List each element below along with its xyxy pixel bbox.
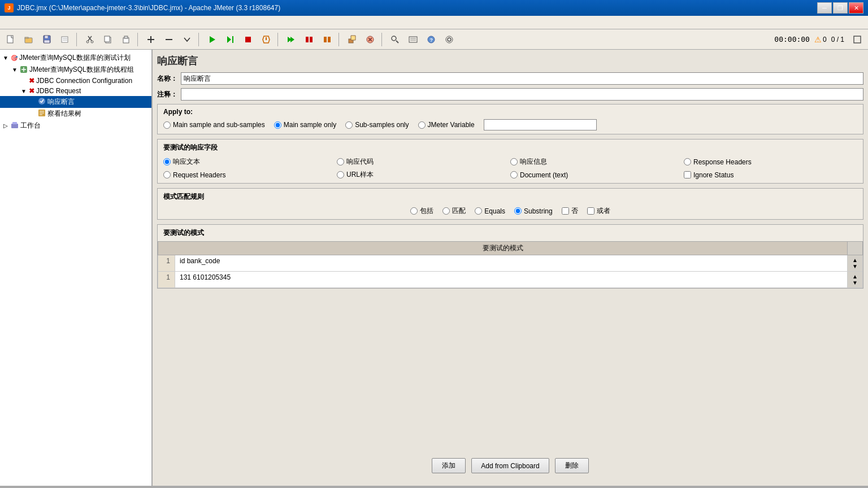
minimize-button[interactable]: ─ [817, 2, 832, 14]
paste-btn[interactable] [118, 32, 134, 47]
tree-item-thread-group[interactable]: ▼ JMeter查询MySQL数据库的线程组 [0, 64, 151, 76]
apply-sub-only[interactable]: Sub-samples only [345, 121, 409, 129]
stop-btn[interactable] [240, 32, 257, 47]
clear-all-btn[interactable] [362, 32, 379, 47]
help-btn[interactable]: ? [423, 32, 440, 47]
titlebar-left: J JDBC.jmx (C:\JMeter\apache-jmeter-3.3\… [5, 3, 280, 12]
start-no-pause-btn[interactable] [222, 32, 238, 47]
restore-button[interactable]: ❐ [833, 2, 848, 14]
comment-input[interactable] [181, 88, 863, 101]
remote-start-btn[interactable] [283, 32, 300, 47]
start-btn[interactable] [203, 32, 220, 47]
apply-main-only[interactable]: Main sample only [274, 121, 336, 129]
toggle-btn[interactable] [179, 32, 196, 47]
apply-jmeter-var[interactable]: JMeter Variable [418, 121, 475, 129]
delete-button[interactable]: 删除 [555, 458, 589, 473]
field-request-headers-label: Request Headers [173, 171, 225, 179]
remote-shutdown-btn[interactable] [319, 32, 336, 47]
scroll-down-arrow-2[interactable]: ▼ [852, 280, 858, 286]
row-value-2[interactable]: 131 6101205345 [175, 272, 848, 288]
jmeter-var-input[interactable] [484, 119, 597, 130]
open-btn[interactable] [20, 32, 37, 47]
field-response-headers[interactable]: Response Headers [684, 157, 857, 167]
field-response-message-label: 响应信息 [520, 157, 547, 167]
scroll-up-2[interactable]: ▲▼ [848, 272, 863, 288]
main-layout: ▼ 🎯 JMeter查询MySQL数据库的测试计划 ▼ JMeter查询MySQ… [0, 50, 868, 486]
templates-btn[interactable] [57, 32, 73, 47]
match-matches[interactable]: 匹配 [442, 206, 466, 216]
scroll-up-1[interactable]: ▲▼ [848, 255, 863, 272]
row-value-1[interactable]: id bank_code [175, 255, 848, 272]
apply-main-sub-radio[interactable] [163, 121, 171, 129]
collapse-btn[interactable] [160, 32, 177, 47]
tree-item-assertion[interactable]: 响应断言 [0, 96, 151, 108]
match-or-checkbox[interactable] [587, 207, 594, 215]
field-document-text[interactable]: Document (text) [510, 170, 684, 180]
row-num-1: 1 [158, 255, 175, 272]
match-substring[interactable]: Substring [514, 207, 553, 215]
match-not-label: 否 [571, 206, 578, 216]
field-document-text-radio[interactable] [510, 171, 518, 178]
match-contains[interactable]: 包括 [410, 206, 433, 216]
tree-item-result-tree[interactable]: 察看结果树 [0, 108, 151, 120]
tree-label-thread-group: JMeter查询MySQL数据库的线程组 [29, 65, 134, 75]
scroll-up-arrow-1[interactable]: ▲ [852, 257, 858, 263]
add-button[interactable]: 添加 [432, 458, 466, 473]
match-or[interactable]: 或者 [587, 206, 610, 216]
field-request-headers[interactable]: Request Headers [163, 170, 337, 180]
copy-btn[interactable] [99, 32, 116, 47]
shutdown-btn[interactable] [258, 32, 275, 47]
tree-item-workbench[interactable]: ▷ 工作台 [0, 120, 151, 132]
field-response-code-radio[interactable] [337, 158, 344, 165]
apply-main-only-radio[interactable] [274, 121, 281, 129]
search-btn[interactable] [387, 32, 403, 47]
separator-3 [198, 33, 201, 46]
new-btn[interactable] [2, 32, 19, 47]
log-viewer-btn[interactable] [405, 32, 422, 47]
expand-btn[interactable] [142, 32, 159, 47]
field-response-text[interactable]: 响应文本 [163, 157, 337, 167]
close-button[interactable]: ✕ [849, 2, 863, 14]
remote-stop-btn[interactable] [301, 32, 318, 47]
tree-item-jdbc-config[interactable]: ✖ JDBC Connection Configuration [0, 76, 151, 86]
svg-rect-58 [12, 122, 17, 124]
match-equals-radio[interactable] [475, 207, 482, 215]
settings-btn[interactable] [441, 32, 458, 47]
svg-point-44 [448, 38, 451, 41]
svg-marker-21 [227, 36, 231, 43]
field-ignore-status[interactable]: Ignore Status [684, 170, 857, 180]
field-response-message[interactable]: 响应信息 [510, 157, 684, 167]
apply-main-only-label: Main sample only [284, 121, 336, 129]
svg-text:?: ? [430, 37, 433, 43]
match-substring-radio[interactable] [514, 207, 522, 215]
pattern-table: 要测试的模式 1 id bank_code ▲▼ 1 131 610120534… [158, 241, 863, 288]
tree-item-jdbc-request[interactable]: ▼ ✖ JDBC Request [0, 86, 151, 96]
tree-item-test-plan[interactable]: ▼ 🎯 JMeter查询MySQL数据库的测试计划 [0, 52, 151, 64]
apply-jmeter-var-radio[interactable] [418, 121, 426, 129]
scroll-down-arrow-1[interactable]: ▼ [852, 263, 858, 269]
match-not[interactable]: 否 [562, 206, 578, 216]
clear-btn[interactable] [344, 32, 361, 47]
field-response-code[interactable]: 响应代码 [337, 157, 510, 167]
match-equals[interactable]: Equals [475, 207, 505, 215]
field-ignore-status-checkbox[interactable] [684, 171, 691, 178]
assertion-icon [38, 97, 46, 107]
match-contains-radio[interactable] [410, 207, 418, 215]
field-response-message-radio[interactable] [510, 158, 518, 165]
apply-main-sub[interactable]: Main sample and sub-samples [163, 121, 265, 129]
fullscreen-btn[interactable] [849, 32, 866, 47]
name-input[interactable] [181, 72, 863, 85]
match-section-title: 模式匹配规则 [163, 192, 857, 202]
save-btn[interactable] [38, 32, 55, 47]
scroll-up-arrow-2[interactable]: ▲ [852, 273, 858, 280]
field-response-text-radio[interactable] [163, 158, 171, 165]
field-request-headers-radio[interactable] [163, 171, 171, 178]
apply-sub-only-radio[interactable] [345, 121, 353, 129]
match-not-checkbox[interactable] [562, 207, 569, 215]
match-matches-radio[interactable] [442, 207, 450, 215]
field-url-sample[interactable]: URL样本 [337, 170, 510, 180]
cut-btn[interactable] [81, 32, 98, 47]
field-url-sample-radio[interactable] [337, 171, 344, 178]
add-from-clipboard-button[interactable]: Add from Clipboard [471, 458, 549, 473]
field-response-headers-radio[interactable] [684, 158, 691, 165]
